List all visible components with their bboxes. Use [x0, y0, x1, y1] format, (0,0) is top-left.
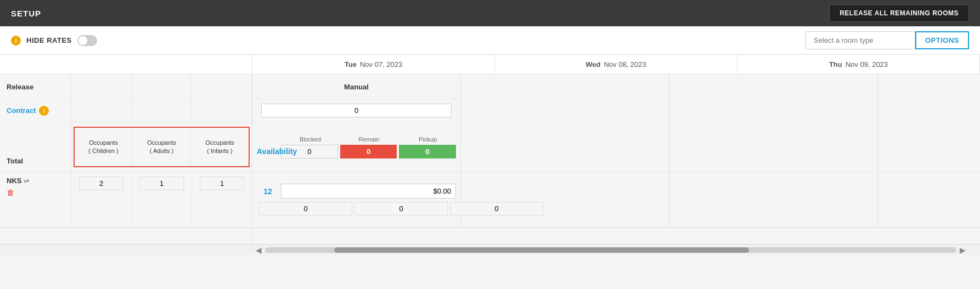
- scroll-right-arrow[interactable]: ▶: [956, 246, 969, 254]
- release-all-rooms-button[interactable]: RELEASE ALL REMAINING ROOMS: [829, 4, 969, 22]
- contract-label: Contract i: [0, 99, 71, 122]
- contract-row: Contract i: [0, 99, 980, 122]
- bottom-row: [0, 228, 980, 244]
- nks-occ-cells: [71, 172, 252, 227]
- total-day-3: [669, 122, 878, 172]
- bottom-left: [0, 228, 252, 244]
- nks-row: NKS ⇌ 🗑 12: [0, 172, 980, 228]
- contract-occ-2: [132, 99, 192, 122]
- day-name-1: Tue: [345, 60, 357, 69]
- nks-children-input[interactable]: [79, 177, 123, 190]
- contract-input-container: [257, 101, 456, 120]
- contract-day-2: [461, 99, 669, 122]
- pickup-box: 0: [399, 145, 456, 158]
- hide-rates-toggle[interactable]: [77, 35, 97, 46]
- avail-label: Availability: [257, 147, 279, 156]
- occupants-header-box: Occupants ( Children ) Occupants ( Adult…: [74, 127, 250, 167]
- date-3: Nov 09, 2023: [846, 60, 888, 69]
- availability-block: Blocked Remain Pickup Availability 0 0 0: [257, 136, 456, 158]
- date-header-row: Tue Nov 07, 2023 Wed Nov 08, 2023 Thu No…: [0, 55, 980, 75]
- table-body: Release Manual Contract i: [0, 75, 980, 244]
- contract-left: Contract i: [0, 99, 252, 122]
- nks-rate-input[interactable]: [281, 184, 456, 199]
- scrollbar-row: ◀ ▶: [0, 244, 980, 255]
- toolbar: i HIDE RATES OPTIONS: [0, 26, 980, 55]
- blocked-header: Blocked: [282, 136, 339, 143]
- app-title: SETUP: [11, 9, 41, 18]
- remain-header: Remain: [341, 136, 397, 143]
- release-day-1: Manual: [252, 75, 461, 99]
- info-icon: i: [11, 36, 21, 46]
- release-occ-2: [132, 75, 192, 99]
- nks-occ-adults: [132, 172, 192, 227]
- bottom-right: [252, 228, 980, 244]
- date-1: Nov 07, 2023: [360, 60, 402, 69]
- remain-box: 0: [340, 145, 397, 158]
- occ-header-adults: Occupants ( Adults ): [133, 128, 191, 166]
- nks-name-row: NKS ⇌: [7, 177, 64, 185]
- total-label: Total: [0, 122, 71, 172]
- header: SETUP RELEASE ALL REMAINING ROOMS: [0, 0, 980, 26]
- options-button[interactable]: OPTIONS: [915, 31, 969, 49]
- occ-header-children: Occupants ( Children ): [75, 128, 133, 166]
- release-left: Release: [0, 75, 252, 99]
- blocked-box: 0: [281, 145, 338, 158]
- total-day-1: Blocked Remain Pickup Availability 0 0 0: [252, 122, 461, 172]
- nks-day-2: [461, 172, 669, 227]
- release-occ-1: [71, 75, 132, 99]
- date-col-2: Wed Nov 08, 2023: [495, 55, 737, 74]
- nks-qty-1[interactable]: [259, 202, 352, 216]
- contract-occ-1: [71, 99, 132, 122]
- toolbar-right: OPTIONS: [806, 31, 969, 49]
- nks-label-col: NKS ⇌ 🗑: [0, 172, 71, 227]
- nks-avail-num: 12: [257, 187, 279, 196]
- contract-day-3: [669, 99, 878, 122]
- release-row: Release Manual: [0, 75, 980, 99]
- nks-infants-input[interactable]: [200, 177, 244, 190]
- nks-left: NKS ⇌ 🗑: [0, 172, 252, 227]
- left-cols-spacer: [0, 55, 252, 74]
- nks-day-3: [669, 172, 878, 227]
- nks-adults-input[interactable]: [139, 177, 184, 190]
- total-row: Total Occupants ( Children ) Occupants (…: [0, 122, 980, 172]
- avail-values-row: Availability 0 0 0: [257, 145, 456, 158]
- scrollbar-thumb[interactable]: [334, 247, 749, 253]
- avail-header-row: Blocked Remain Pickup: [257, 136, 456, 143]
- release-occ-spacer: [71, 75, 252, 99]
- date-2: Nov 08, 2023: [604, 60, 646, 69]
- day-name-2: Wed: [585, 60, 600, 69]
- date-col-3: Thu Nov 09, 2023: [737, 55, 980, 74]
- scrollbar-track[interactable]: [265, 247, 956, 253]
- contract-day-1: [252, 99, 461, 122]
- nks-occ-infants: [192, 172, 252, 227]
- contract-occ-3: [192, 99, 252, 122]
- room-type-input[interactable]: [806, 31, 915, 49]
- release-manual-label: Manual: [257, 77, 456, 97]
- release-day-2: [461, 75, 669, 99]
- total-day-2: [461, 122, 669, 172]
- contract-occ-spacer: [71, 99, 252, 122]
- release-occ-3: [192, 75, 252, 99]
- toolbar-left: i HIDE RATES: [11, 35, 97, 46]
- scroll-left-arrow[interactable]: ◀: [252, 246, 265, 254]
- nks-occ-children: [71, 172, 132, 227]
- delete-icon[interactable]: 🗑: [7, 188, 64, 197]
- nks-qty-row: [257, 202, 456, 216]
- contract-text: Contract: [7, 106, 36, 115]
- hide-rates-label: HIDE RATES: [26, 36, 72, 44]
- nks-qty-2[interactable]: [354, 202, 448, 216]
- release-label: Release: [0, 75, 71, 99]
- nks-avail-row: 12: [257, 184, 456, 199]
- occ-header-infants: Occupants ( Infants ): [191, 128, 249, 166]
- total-left: Total Occupants ( Children ) Occupants (…: [0, 122, 252, 172]
- exchange-icon[interactable]: ⇌: [24, 177, 29, 185]
- release-day-3: [669, 75, 878, 99]
- date-col-1: Tue Nov 07, 2023: [252, 55, 495, 74]
- day-name-3: Thu: [829, 60, 842, 69]
- nks-label: NKS: [7, 177, 21, 185]
- contract-input[interactable]: [261, 104, 452, 117]
- pickup-header: Pickup: [399, 136, 456, 143]
- nks-day-1: 12: [252, 172, 461, 227]
- contract-info-icon: i: [39, 106, 49, 116]
